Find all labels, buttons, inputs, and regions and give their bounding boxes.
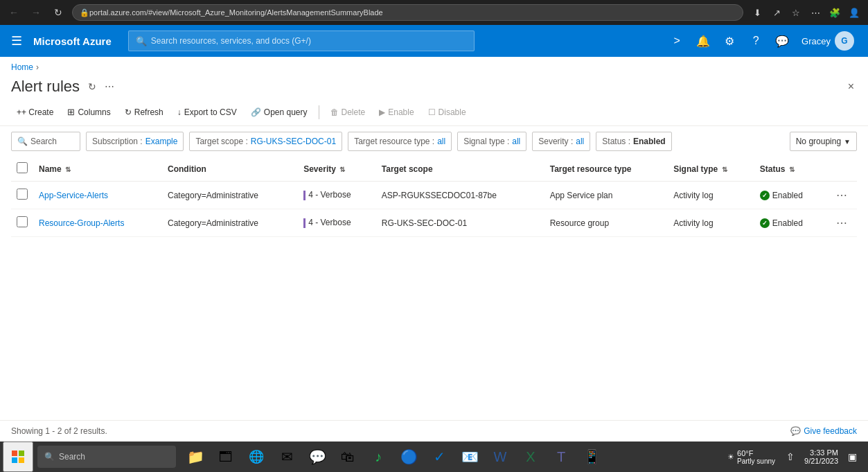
select-all-checkbox[interactable] [17,162,28,173]
subscription-filter[interactable]: Subscription : Example [86,132,184,151]
row-target-scope-1: RG-UKS-SEC-DOC-01 [376,209,544,237]
severity-value: all [576,137,584,146]
disable-button[interactable]: ☐ Disable [423,105,472,120]
share-icon[interactable]: ↗ [768,4,785,21]
taskbar-weather[interactable]: ☀ 60°F Partly sunny [722,448,781,466]
refresh-browser-button[interactable]: ↻ [50,4,67,21]
row-actions-1[interactable]: ⋯ [826,209,857,237]
row-more-button-0[interactable]: ⋯ [832,187,851,203]
taskbar-teams[interactable]: 💬 [302,442,333,472]
export-icon: ↓ [177,107,181,117]
signal-type-value: all [512,137,520,146]
severity-label: Severity : [538,137,573,146]
chevron-down-icon: ▼ [844,138,851,146]
severity-column-header[interactable]: Severity ⇅ [298,157,376,182]
hamburger-menu-button[interactable]: ☰ [8,30,25,51]
delete-button[interactable]: 🗑 Delete [325,105,371,120]
weather-description: Partly sunny [737,457,775,465]
grouping-label: No grouping [796,137,841,146]
refresh-button[interactable]: ↻ Refresh [119,105,169,120]
taskbar-excel[interactable]: X [515,442,546,472]
forward-button[interactable]: → [28,4,44,21]
enable-button[interactable]: ▶ Enable [373,105,419,120]
download-icon[interactable]: ⬇ [749,4,765,21]
taskbar-teams2[interactable]: T [546,442,576,472]
close-button[interactable]: × [845,78,857,96]
signal-type-column-header[interactable]: Signal type ⇅ [668,157,754,182]
severity-bar-0 [303,191,305,200]
row-actions-0[interactable]: ⋯ [826,182,857,209]
extensions-icon[interactable]: 🧩 [826,4,843,21]
severity-filter[interactable]: Severity : all [532,132,590,151]
taskbar-chrome[interactable]: 🔵 [393,442,424,472]
favorites-icon[interactable]: ☆ [788,4,804,21]
browser-icons: ⬇ ↗ ☆ ⋯ 🧩 👤 [749,4,862,21]
alert-rule-link-1[interactable]: Resource-Group-Alerts [39,218,124,228]
svg-rect-1 [19,451,24,456]
user-menu[interactable]: Gracey G [796,28,860,53]
row-checkbox-cell[interactable] [11,209,33,237]
give-feedback-button[interactable]: 💬 Give feedback [790,426,857,436]
taskbar-clock[interactable]: 3:33 PM 9/21/2023 [800,447,842,466]
taskbar-word[interactable]: W [485,442,515,472]
name-column-header[interactable]: Name ⇅ [33,157,162,182]
grouping-select[interactable]: No grouping ▼ [790,132,857,151]
taskbar-mail[interactable]: ✉ [272,442,302,472]
settings-button[interactable]: ⚙ [717,28,742,53]
status-filter[interactable]: Status : Enabled [596,132,671,151]
row-status-1: ✓ Enabled [754,209,826,237]
target-resource-type-column-header[interactable]: Target resource type [544,157,668,182]
profile-icon[interactable]: 👤 [846,4,862,21]
taskbar-spotify[interactable]: ♪ [363,442,393,472]
settings-icon[interactable]: ⋯ [807,4,824,21]
create-button[interactable]: + + Create [11,105,59,120]
condition-column-header[interactable]: Condition [162,157,298,182]
refresh-page-icon[interactable]: ↻ [85,80,99,94]
taskbar-store[interactable]: 🛍 [333,442,363,472]
row-more-button-1[interactable]: ⋯ [832,215,851,231]
target-resource-type-filter[interactable]: Target resource type : all [348,132,452,151]
table-header-row: Name ⇅ Condition Severity ⇅ Target scope [11,157,857,182]
taskbar-search-icon: 🔍 [44,452,55,462]
open-query-button[interactable]: 🔗 Open query [245,105,313,120]
target-scope-filter[interactable]: Target scope : RG-UKS-SEC-DOC-01 [189,132,342,151]
target-scope-column-header[interactable]: Target scope [376,157,544,182]
windows-icon [12,451,24,463]
row-checkbox-1[interactable] [17,216,28,227]
search-filter[interactable]: 🔍 Search [11,132,80,151]
home-link[interactable]: Home [11,62,33,72]
enable-icon: ▶ [379,107,385,117]
signal-type-filter[interactable]: Signal type : all [457,132,526,151]
row-checkbox-cell[interactable] [11,182,33,209]
more-page-icon[interactable]: ⋯ [102,80,117,94]
status-column-header[interactable]: Status ⇅ [754,157,826,182]
taskbar-task-view[interactable]: 🗔 [211,442,241,472]
global-search-bar[interactable]: 🔍 Search resources, services, and docs (… [128,30,475,51]
row-target-scope-0: ASP-RGUKSSECDOC01-87be [376,182,544,209]
taskbar-search[interactable]: 🔍 Search [37,446,176,468]
feedback-button[interactable]: 💬 [770,28,795,53]
start-button[interactable] [3,442,33,472]
breadcrumb-separator: › [36,62,39,72]
taskbar-system-tray[interactable]: ⇧ [783,450,797,464]
user-name: Gracey [801,36,831,46]
back-button[interactable]: ← [6,4,22,21]
notifications-button[interactable]: 🔔 [691,28,716,53]
columns-button[interactable]: ⊞ Columns [62,104,116,120]
taskbar-edge[interactable]: 🌐 [241,442,272,472]
search-icon: 🔍 [136,36,147,46]
signal-type-label: Signal type : [463,137,509,146]
select-all-column[interactable] [11,157,33,182]
taskbar-todo[interactable]: ✓ [424,442,454,472]
address-bar[interactable]: 🔒 portal.azure.com/#view/Microsoft_Azure… [72,4,743,21]
help-button[interactable]: ? [743,28,768,53]
row-checkbox-0[interactable] [17,189,28,200]
alert-rule-link-0[interactable]: App-Service-Alerts [39,191,108,200]
export-csv-button[interactable]: ↓ Export to CSV [172,105,242,120]
cloud-shell-button[interactable]: > [664,28,689,53]
taskbar-outlook[interactable]: 📧 [454,442,485,472]
taskbar-file-explorer[interactable]: 📁 [180,442,211,472]
subscription-value: Example [145,137,178,146]
taskbar-phone-link[interactable]: 📱 [576,442,607,472]
notification-center[interactable]: ▣ [845,450,860,464]
